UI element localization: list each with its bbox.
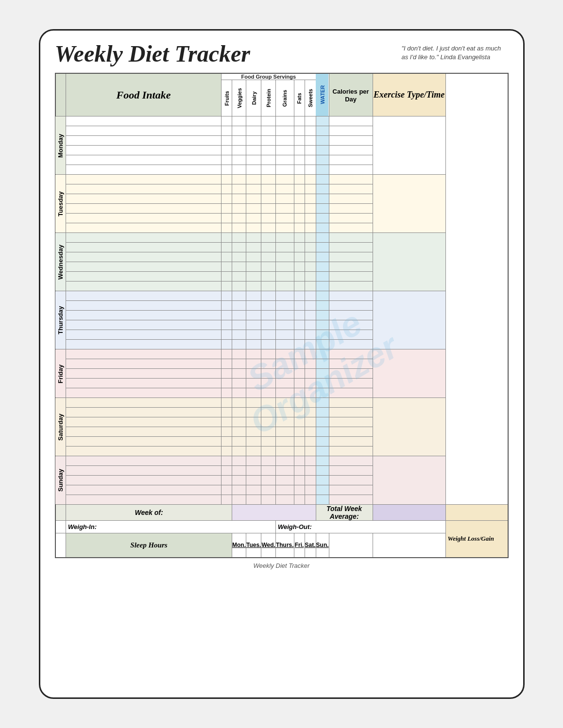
monday-exercise[interactable] [373, 116, 445, 175]
wednesday-row-1: Wednesday [55, 233, 508, 243]
saturday-label: Saturday [55, 398, 66, 456]
main-table: Food Intake Food Group Servings WATER Ca… [55, 73, 509, 558]
thursday-label: Thursday [55, 291, 66, 349]
thursday-row-1: Thursday [55, 291, 508, 301]
col-fruits: Fruits [222, 80, 232, 116]
sleep-label: Sleep Hours [66, 533, 232, 558]
col-protein: Protein [261, 80, 275, 116]
total-avg-label: Total Week Average: [316, 505, 373, 521]
water-header: WATER [316, 73, 329, 116]
friday-label: Friday [55, 349, 66, 398]
sleep-sun[interactable]: Sun. [316, 533, 329, 558]
header-row-1: Food Intake Food Group Servings WATER Ca… [55, 73, 508, 80]
sleep-sat[interactable]: Sat. [305, 533, 316, 558]
wednesday-exercise[interactable] [373, 233, 445, 291]
sleep-row: Sleep Hours Mon. Tues. Wed. Thurs. Fri. … [55, 533, 508, 558]
weigh-in-label[interactable]: Weigh-In: [66, 521, 276, 533]
saturday-row-1: Saturday [55, 398, 508, 408]
food-group-label: Food Group Servings [222, 73, 316, 80]
tuesday-exercise[interactable] [373, 175, 445, 233]
totals-row: Week of: Total Week Average: [55, 505, 508, 521]
weigh-row: Weigh-In: Weigh-Out: Weight Loss/Gain [55, 521, 508, 533]
food-intake-header: Food Intake [66, 73, 222, 116]
wednesday-label: Wednesday [55, 233, 66, 291]
page: Sample Organizer Weekly Diet Tracker "I … [39, 29, 525, 699]
sunday-exercise[interactable] [373, 456, 445, 505]
monday-row-1: Monday [55, 116, 508, 126]
weight-loss-label: Weight Loss/Gain [445, 521, 508, 558]
sleep-fri[interactable]: Fri. [294, 533, 305, 558]
col-veggies: Veggies [232, 80, 246, 116]
sunday-row-1: Sunday [55, 456, 508, 466]
sleep-tues[interactable]: Tues. [246, 533, 261, 558]
sleep-thurs[interactable]: Thurs. [275, 533, 294, 558]
quote-text: "I don't diet. I just don't eat as much … [402, 40, 509, 62]
monday-food-1[interactable] [66, 116, 222, 126]
col-sweets: Sweets [305, 80, 316, 116]
col-dairy: Dairy [246, 80, 261, 116]
col-fats: Fats [294, 80, 305, 116]
footer-text: Weekly Diet Tracker [55, 562, 509, 569]
sleep-mon[interactable]: Mon. [232, 533, 246, 558]
friday-exercise[interactable] [373, 349, 445, 398]
sleep-wed[interactable]: Wed. [261, 533, 275, 558]
saturday-exercise[interactable] [373, 398, 445, 456]
thursday-exercise[interactable] [373, 291, 445, 349]
tuesday-row-1: Tuesday [55, 175, 508, 184]
week-of-label[interactable]: Week of: [66, 505, 232, 521]
sunday-label: Sunday [55, 456, 66, 505]
col-grains: Grains [275, 80, 294, 116]
calories-header: Calories perDay [329, 73, 373, 116]
weigh-out-label[interactable]: Weigh-Out: [275, 521, 445, 533]
page-header: Weekly Diet Tracker "I don't diet. I jus… [55, 40, 509, 67]
monday-label: Monday [55, 116, 66, 175]
page-title: Weekly Diet Tracker [55, 40, 402, 67]
day-col-header [55, 73, 66, 116]
exercise-header: Exercise Type/Time [373, 73, 445, 116]
tuesday-label: Tuesday [55, 175, 66, 233]
friday-row-1: Friday [55, 349, 508, 359]
